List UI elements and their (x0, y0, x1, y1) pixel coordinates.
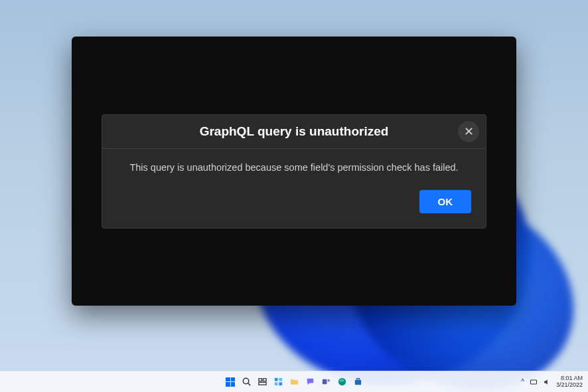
store-icon (353, 377, 363, 387)
svg-rect-4 (258, 379, 261, 381)
network-icon[interactable] (530, 378, 538, 386)
windows-logo-icon (226, 377, 235, 387)
close-icon (465, 127, 473, 136)
dialog-title: GraphQL query is unauthorized (200, 124, 389, 139)
search-button[interactable] (240, 375, 253, 389)
volume-icon[interactable] (543, 378, 551, 386)
task-view-button[interactable] (256, 375, 269, 389)
start-button[interactable] (224, 375, 237, 389)
svg-rect-6 (258, 382, 265, 385)
edge-icon (337, 377, 347, 387)
folder-icon (289, 377, 299, 387)
error-dialog: GraphQL query is unauthorized This query… (102, 114, 486, 229)
dialog-actions: OK (117, 190, 471, 213)
close-button[interactable] (458, 121, 479, 142)
teams-button[interactable] (319, 375, 332, 389)
file-explorer-button[interactable] (287, 375, 301, 389)
widgets-button[interactable] (271, 375, 285, 389)
tray-chevron-icon[interactable]: ^ (521, 378, 524, 385)
chat-button[interactable] (303, 375, 317, 389)
application-window: GraphQL query is unauthorized This query… (72, 37, 516, 306)
taskbar: ^ 8:01 AM 3/21/2022 (0, 371, 588, 392)
ok-button[interactable]: OK (419, 190, 472, 213)
chat-icon (305, 377, 315, 387)
svg-rect-9 (274, 382, 277, 385)
svg-rect-11 (322, 379, 327, 385)
store-button[interactable] (351, 375, 364, 389)
date-text: 3/21/2022 (556, 382, 583, 389)
svg-point-2 (243, 378, 248, 383)
dialog-message: This query is unauthorized because some … (117, 162, 471, 173)
svg-rect-15 (530, 380, 536, 384)
widgets-icon (273, 377, 283, 387)
svg-rect-8 (279, 378, 282, 381)
svg-line-3 (248, 383, 250, 385)
svg-rect-14 (354, 380, 360, 385)
teams-icon (321, 377, 331, 387)
svg-rect-7 (274, 378, 277, 381)
edge-button[interactable] (335, 375, 348, 389)
svg-rect-5 (263, 379, 266, 381)
dialog-body: This query is unauthorized because some … (102, 149, 486, 228)
dialog-header: GraphQL query is unauthorized (102, 115, 486, 149)
system-tray: ^ 8:01 AM 3/21/2022 (521, 375, 583, 389)
task-view-icon (257, 377, 267, 387)
taskbar-center (224, 375, 364, 389)
clock[interactable]: 8:01 AM 3/21/2022 (556, 375, 583, 389)
search-icon (242, 377, 252, 387)
svg-rect-10 (279, 382, 282, 385)
svg-point-12 (327, 379, 330, 382)
